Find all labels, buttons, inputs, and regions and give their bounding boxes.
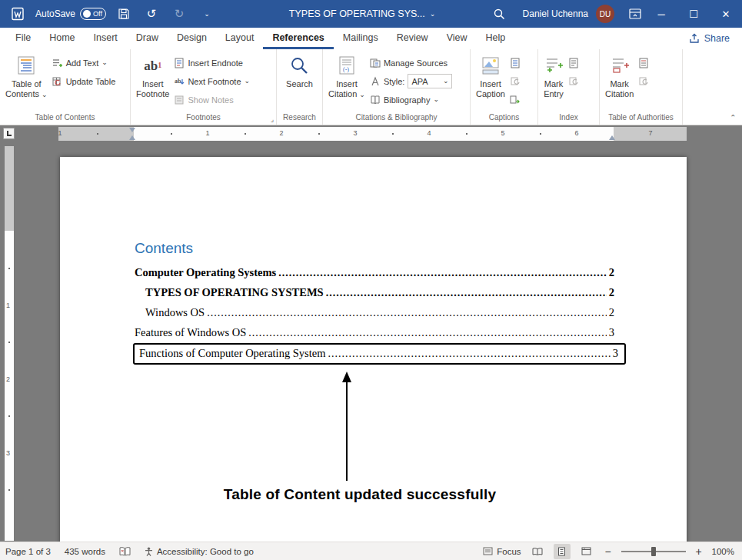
insert-table-of-authorities-button[interactable] (638, 55, 649, 70)
table-of-contents-button[interactable]: Table of Contents ⌄ (3, 52, 50, 101)
ribbon-tab-bar: File Home Insert Draw Design Layout Refe… (0, 28, 742, 49)
zoom-out-button[interactable]: − (603, 545, 614, 558)
table-of-contents: Computer Operating Systems2 TYPES OF OPE… (135, 265, 614, 365)
page-indicator[interactable]: Page 1 of 3 (5, 547, 51, 556)
web-layout-view-icon[interactable] (578, 544, 595, 559)
table-of-contents-icon (16, 53, 36, 78)
user-name[interactable]: Daniel Uchenna (523, 8, 588, 19)
tab-help[interactable]: Help (477, 28, 515, 49)
cross-reference-button[interactable] (510, 92, 521, 107)
manage-sources-button[interactable]: Manage Sources (370, 55, 453, 70)
insert-citation-button[interactable]: (-) Insert Citation ⌄ (326, 52, 368, 101)
right-indent-marker[interactable] (609, 135, 615, 140)
maximize-button[interactable]: ☐ (677, 0, 710, 28)
update-table-of-figures-button[interactable] (510, 74, 521, 88)
user-avatar[interactable]: DU (596, 5, 614, 23)
mark-citation-button[interactable]: Mark Citation (603, 52, 636, 101)
mark-entry-button[interactable]: Mark Entry (541, 52, 566, 101)
document-title-dropdown[interactable]: TYPES OF OPERATING SYS... ⌄ (289, 0, 435, 28)
search-icon[interactable] (489, 4, 509, 24)
document-page[interactable]: Contents Computer Operating Systems2 TYP… (60, 157, 687, 542)
tab-selector[interactable] (3, 128, 15, 139)
toc-entry: Windows OS2 (135, 305, 614, 321)
document-title: TYPES OF OPERATING SYS... (289, 8, 425, 19)
next-footnote-icon: ab (174, 76, 185, 87)
insert-index-button[interactable] (568, 55, 579, 70)
ribbon-display-options-icon[interactable] (625, 4, 645, 24)
minimize-button[interactable]: ─ (645, 0, 677, 28)
close-button[interactable]: ✕ (710, 0, 742, 28)
group-index: Mark Entry Index (538, 49, 600, 125)
group-footnotes: ab1 Insert Footnote Insert Endnote ab Ne… (131, 49, 277, 125)
undo-icon[interactable]: ↺ (141, 4, 161, 24)
add-text-button[interactable]: Add Text ⌄ (52, 55, 116, 70)
autosave-state: Off (93, 10, 102, 18)
horizontal-ruler: 1 1 2 3 4 5 6 7 (58, 127, 687, 141)
tab-file[interactable]: File (6, 28, 40, 49)
group-table-of-authorities: Mark Citation Table of Authorities (600, 49, 683, 125)
cross-reference-icon (510, 95, 521, 105)
word-count[interactable]: 435 words (65, 547, 105, 556)
search-button[interactable]: Search (284, 52, 315, 91)
insert-table-of-figures-button[interactable] (510, 55, 521, 70)
svg-text:(-): (-) (343, 66, 349, 73)
zoom-level[interactable]: 100% (712, 547, 734, 556)
tab-design[interactable]: Design (168, 28, 216, 49)
toc-heading: Contents (135, 240, 193, 257)
read-mode-view-icon[interactable] (529, 544, 546, 559)
focus-mode-button[interactable]: Focus (483, 547, 521, 556)
tab-insert[interactable]: Insert (85, 28, 127, 49)
mark-entry-icon (544, 53, 564, 78)
insert-caption-button[interactable]: Insert Caption (474, 52, 507, 101)
group-label: Index (538, 112, 599, 125)
share-button[interactable]: Share (677, 28, 742, 49)
update-table-of-authorities-button[interactable] (638, 74, 649, 88)
first-line-indent-marker[interactable] (129, 128, 135, 132)
show-notes-button[interactable]: Show Notes (174, 92, 250, 107)
word-app-icon (8, 4, 28, 24)
dot-leader (278, 265, 607, 281)
bibliography-icon (370, 95, 381, 105)
tab-view[interactable]: View (438, 28, 477, 49)
dot-leader (328, 345, 610, 362)
titlebar: AutoSave Off ↺ ↻ ⌄ TYPES OF OPERATING SY… (0, 0, 742, 28)
tab-home[interactable]: Home (40, 28, 84, 49)
tab-references[interactable]: References (263, 28, 333, 49)
group-citations: (-) Insert Citation ⌄ Manage Sources Sty… (323, 49, 471, 125)
zoom-slider[interactable] (621, 551, 686, 552)
tab-review[interactable]: Review (388, 28, 438, 49)
chevron-down-icon: ⌄ (101, 59, 108, 66)
toc-entry: Computer Operating Systems2 (135, 265, 614, 281)
tab-layout[interactable]: Layout (216, 28, 264, 49)
insert-endnote-icon (174, 58, 185, 68)
toc-entry: Features of Windows OS3 (135, 325, 614, 341)
update-index-button[interactable] (568, 74, 579, 88)
group-label: Research (277, 112, 322, 125)
footnotes-dialog-launcher-icon[interactable]: ⌟ (271, 115, 274, 123)
collapse-ribbon-icon[interactable]: ⌄ (730, 113, 736, 122)
save-icon[interactable] (114, 4, 134, 24)
zoom-in-button[interactable]: + (694, 545, 704, 558)
hanging-indent-marker[interactable] (129, 135, 135, 140)
autosave-toggle[interactable]: AutoSave Off (35, 8, 106, 20)
zoom-slider-thumb[interactable] (651, 547, 656, 556)
proofing-status-icon[interactable] (119, 547, 131, 556)
print-layout-view-icon[interactable] (554, 544, 571, 559)
style-label: Style: (384, 77, 405, 86)
update-table-button[interactable]: Update Table (52, 74, 116, 88)
autosave-switch[interactable]: Off (80, 8, 106, 20)
mark-citation-icon (610, 53, 630, 78)
citation-style-select[interactable]: APA ⌄ (408, 74, 452, 88)
update-index-icon (568, 76, 579, 87)
style-icon (370, 76, 381, 87)
quick-access-chevron-icon[interactable]: ⌄ (197, 4, 217, 24)
add-text-icon (52, 58, 63, 68)
insert-footnote-button[interactable]: ab1 Insert Footnote (134, 52, 171, 101)
insert-endnote-button[interactable]: Insert Endnote (174, 55, 250, 70)
accessibility-status[interactable]: Accessibility: Good to go (145, 547, 254, 556)
bibliography-button[interactable]: Bibliography ⌄ (370, 92, 453, 107)
tab-draw[interactable]: Draw (127, 28, 168, 49)
redo-icon[interactable]: ↻ (169, 4, 189, 24)
tab-mailings[interactable]: Mailings (334, 28, 388, 49)
next-footnote-button[interactable]: ab Next Footnote ⌄ (174, 74, 250, 88)
